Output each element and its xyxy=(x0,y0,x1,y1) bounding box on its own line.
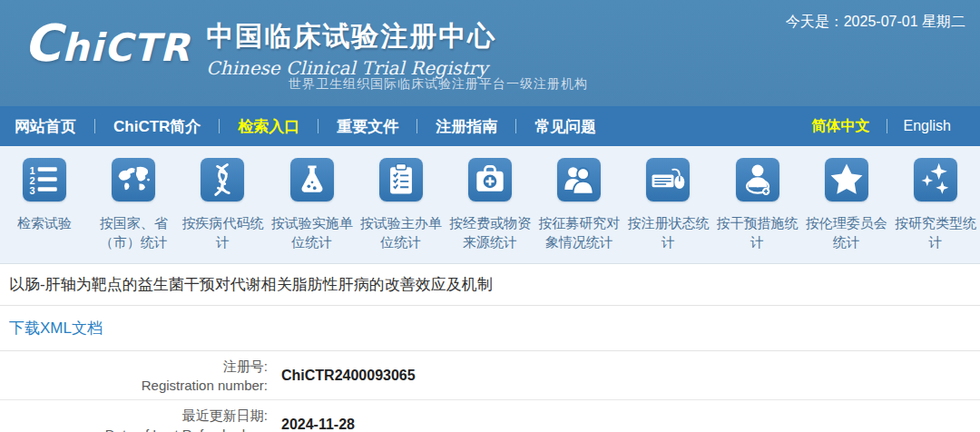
trial-title: 以肠-肝轴为靶点的益生菌干预对代谢相关脂肪性肝病的改善效应及机制 xyxy=(9,274,971,295)
nav-item-search-entry[interactable]: 检索入口 xyxy=(220,116,318,137)
people-icon xyxy=(557,158,601,201)
toolbar-item-label: 按疾病代码统 计 xyxy=(181,213,263,251)
dna-icon xyxy=(201,158,244,201)
toolbar-item-stats-by-study-type[interactable]: 按研究类型统 计 xyxy=(891,158,980,251)
flask-icon xyxy=(290,158,334,201)
nav-item-faq[interactable]: 常见问题 xyxy=(516,116,614,137)
nav-item-important-docs[interactable]: 重要文件 xyxy=(318,116,416,137)
nav-item-about[interactable]: ChiCTR简介 xyxy=(95,116,219,137)
toolbar-item-label: 按国家、省 （市）统计 xyxy=(100,213,168,251)
numbered-list-icon: 1 2 3 xyxy=(23,158,66,201)
toolbar-item-label: 按征募研究对 象情况统计 xyxy=(538,213,620,251)
toolbar-item-search-trials[interactable]: 1 2 3 检索试验 xyxy=(0,158,89,232)
registration-number-row: 注册号: Registration number: ChiCTR24000930… xyxy=(0,351,980,400)
last-refreshed-labels: 最近更新日期: Date of Last Refreshed on: xyxy=(0,406,268,432)
toolbar-item-stats-by-implementing-unit[interactable]: 按试验实施单 位统计 xyxy=(268,158,357,251)
svg-text:3: 3 xyxy=(30,185,35,196)
registration-number-label-cn: 注册号: xyxy=(0,357,268,376)
site-title-chinese: 中国临床试验注册中心 xyxy=(206,18,496,55)
keyboard-mouse-icon xyxy=(646,158,690,201)
registration-number-labels: 注册号: Registration number: xyxy=(0,357,268,395)
download-xml-link[interactable]: 下载XML文档 xyxy=(9,318,103,339)
trial-title-bar: 以肠-肝轴为靶点的益生菌干预对代谢相关脂肪性肝病的改善效应及机制 xyxy=(0,264,980,306)
toolbar-item-label: 按干预措施统 计 xyxy=(717,213,799,251)
toolbar-item-label: 按试验实施单 位统计 xyxy=(271,213,353,251)
toolbar-item-stats-by-funding-source[interactable]: 按经费或物资 来源统计 xyxy=(446,158,534,251)
main-nav: 网站首页 ChiCTR简介 检索入口 重要文件 注册指南 常见问题 简体中文 E… xyxy=(0,106,980,146)
nav-item-registration-guide[interactable]: 注册指南 xyxy=(417,116,515,137)
registration-number-value: ChiCTR2400093065 xyxy=(281,368,416,384)
who-registry-tagline: 世界卫生组织国际临床试验注册平台一级注册机构 xyxy=(289,76,588,93)
toolbar-item-stats-by-region[interactable]: 按国家、省 （市）统计 xyxy=(89,158,178,251)
toolbar-item-stats-by-sponsor-unit[interactable]: 按试验主办单 位统计 xyxy=(357,158,446,251)
toolbar-item-stats-by-intervention[interactable]: 按干预措施统 计 xyxy=(713,158,802,251)
toolbar-item-label: 按伦理委员会 统计 xyxy=(806,213,887,251)
lang-english[interactable]: English xyxy=(887,118,967,134)
toolbar-item-label: 按试验主办单 位统计 xyxy=(360,213,442,251)
toolbar-item-label: 检索试验 xyxy=(17,213,72,232)
nav-item-home[interactable]: 网站首页 xyxy=(13,116,94,137)
statistics-toolbar: 1 2 3 检索试验 按国家、省 （市）统计 按疾病 xyxy=(0,146,980,264)
sparkles-icon xyxy=(914,158,957,201)
clipboard-icon xyxy=(379,158,423,201)
star-icon xyxy=(825,158,868,201)
last-refreshed-label-cn: 最近更新日期: xyxy=(0,406,268,425)
toolbar-item-stats-by-recruitment[interactable]: 按征募研究对 象情况统计 xyxy=(534,158,623,251)
logo-text: ChiCTR xyxy=(24,16,190,75)
download-xml-bar: 下载XML文档 xyxy=(0,306,980,351)
last-refreshed-label-en: Date of Last Refreshed on: xyxy=(0,425,268,432)
toolbar-item-stats-by-disease-code[interactable]: 按疾病代码统 计 xyxy=(178,158,267,251)
toolbar-item-label: 按研究类型统 计 xyxy=(895,213,976,251)
toolbar-item-label: 按经费或物资 来源统计 xyxy=(449,213,531,251)
site-titles: 中国临床试验注册中心 Chinese Clinical Trial Regist… xyxy=(206,16,496,79)
toolbar-item-stats-by-registration-status[interactable]: 按注册状态统 计 xyxy=(623,158,712,251)
current-date-display: 今天是：2025-07-01 星期二 xyxy=(786,13,965,32)
last-refreshed-value: 2024-11-28 xyxy=(281,417,355,432)
toolbar-item-label: 按注册状态统 计 xyxy=(627,213,709,251)
toolbar-item-stats-by-ethics-committee[interactable]: 按伦理委员会 统计 xyxy=(802,158,891,251)
world-map-icon xyxy=(112,158,155,201)
doctor-icon xyxy=(736,158,779,201)
lang-simplified-chinese[interactable]: 简体中文 xyxy=(796,117,887,136)
site-header: ChiCTR 中国临床试验注册中心 Chinese Clinical Trial… xyxy=(0,0,980,106)
registration-number-label-en: Registration number: xyxy=(0,376,268,395)
medical-bag-icon xyxy=(468,158,512,201)
site-logo[interactable]: ChiCTR 中国临床试验注册中心 Chinese Clinical Trial… xyxy=(24,16,496,79)
last-refreshed-row: 最近更新日期: Date of Last Refreshed on: 2024-… xyxy=(0,400,980,432)
